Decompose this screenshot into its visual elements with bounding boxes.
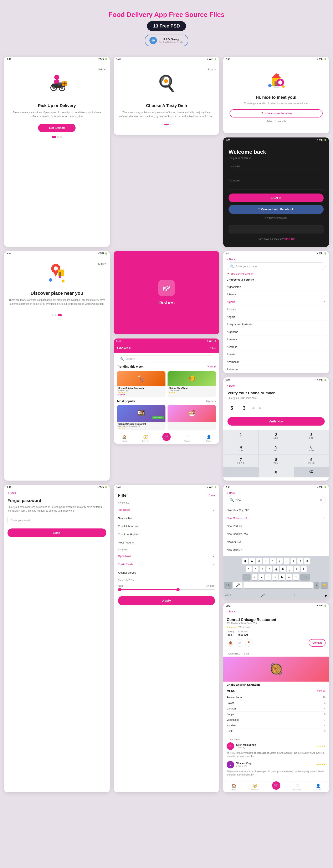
search-input[interactable]: Search... bbox=[126, 357, 136, 360]
key-h[interactable]: h bbox=[280, 566, 286, 572]
country-item[interactable]: Armenia bbox=[223, 336, 329, 343]
key-f[interactable]: f bbox=[266, 566, 272, 572]
key-mic[interactable]: 🎤 bbox=[233, 582, 242, 588]
nav-cart[interactable]: 🛒 bbox=[156, 435, 177, 442]
nav-cart-r[interactable]: 🛒 bbox=[266, 783, 287, 791]
country-item-selected[interactable]: Algeria ✓ bbox=[223, 298, 329, 306]
key-123[interactable]: 123 bbox=[224, 582, 232, 588]
filter-option-open-now[interactable]: Open Now ✓ bbox=[114, 552, 220, 560]
nav-profile-r[interactable]: 👤 Profile bbox=[308, 783, 329, 791]
key-i[interactable]: i bbox=[291, 558, 296, 564]
share-btn[interactable]: 📤 bbox=[227, 639, 234, 647]
new-search-input[interactable]: 🔍 New ✕ bbox=[227, 496, 326, 504]
country-item[interactable]: Antigua and Barbuda bbox=[223, 321, 329, 328]
key-v[interactable]: v bbox=[272, 574, 278, 580]
numpad-key-5[interactable]: 5JKL bbox=[259, 442, 294, 455]
filter-option-low-high[interactable]: Cost Low High to bbox=[114, 530, 220, 538]
key-c[interactable]: c bbox=[265, 574, 271, 580]
country-item[interactable]: Afghanistan bbox=[223, 283, 329, 291]
location-btn[interactable]: 📍 bbox=[245, 639, 253, 647]
price-slider[interactable] bbox=[118, 589, 215, 590]
filter-btn[interactable]: Filter bbox=[210, 347, 216, 350]
key-y[interactable]: y bbox=[277, 558, 282, 564]
filter-option-popular[interactable]: Most Popular bbox=[114, 538, 220, 547]
key-b[interactable]: b bbox=[279, 574, 285, 580]
key-p[interactable]: p bbox=[304, 558, 310, 564]
key-x[interactable]: x bbox=[259, 574, 264, 580]
menu-item-noodles[interactable]: Noodles 4 bbox=[227, 723, 326, 728]
browse-search-bar[interactable]: 🔍 Search... bbox=[117, 355, 216, 363]
key-emoji[interactable]: 😀 bbox=[321, 582, 328, 588]
country-item[interactable]: Andorra bbox=[223, 306, 329, 313]
back-button-search[interactable]: < Back bbox=[223, 490, 329, 496]
numpad-key-1[interactable]: 1 bbox=[223, 430, 258, 442]
filter-option-high-low[interactable]: Cost High to Low bbox=[114, 522, 220, 530]
numpad-key-0[interactable]: 0 bbox=[259, 467, 294, 477]
menu-item-soups[interactable]: Soups 6 bbox=[227, 712, 326, 717]
use-current-location-btn[interactable]: 📍 Use current location bbox=[230, 110, 323, 118]
verify-now-button[interactable]: Verify Now bbox=[228, 417, 325, 426]
nav-home[interactable]: 🏠 Home bbox=[114, 435, 135, 442]
key-a[interactable]: a bbox=[246, 566, 252, 572]
menu-item-chicken[interactable]: Chicken 4 bbox=[227, 706, 326, 712]
sign-up-link[interactable]: SING UP bbox=[285, 238, 295, 241]
menu-item-salads[interactable]: Salads 3 bbox=[227, 700, 326, 706]
slider-thumb-right[interactable] bbox=[176, 588, 179, 591]
select-manually-link[interactable]: Select it manually bbox=[223, 120, 329, 123]
key-t[interactable]: t bbox=[270, 558, 276, 564]
key-e[interactable]: e bbox=[256, 558, 262, 564]
back-button-verify[interactable]: < Back bbox=[223, 382, 329, 389]
key-n[interactable]: n bbox=[286, 574, 292, 580]
menu-item-popular[interactable]: Popular Items 10 bbox=[227, 695, 326, 700]
key-s[interactable]: s bbox=[253, 566, 259, 572]
cart-button[interactable]: 🛒 bbox=[162, 433, 171, 441]
location-item-1[interactable]: New York City, NY bbox=[223, 506, 329, 514]
trending-view-all[interactable]: View all bbox=[207, 365, 216, 368]
nav-discover-r[interactable]: 🧭 Discover bbox=[244, 783, 266, 791]
facebook-connect-button[interactable]: f Connect with Facebook bbox=[229, 205, 324, 214]
key-q[interactable]: q bbox=[242, 558, 248, 564]
key-k[interactable]: k bbox=[294, 566, 300, 572]
numpad-key-2[interactable]: 2ABC bbox=[259, 430, 294, 442]
skip-button-1[interactable]: Skip>> bbox=[98, 68, 106, 71]
numpad-key-4[interactable]: 4GHI bbox=[223, 442, 258, 455]
country-item[interactable]: Australia bbox=[223, 343, 329, 351]
nav-favorites-r[interactable]: ♡ Favorites bbox=[287, 783, 308, 791]
cart-btn-r[interactable]: 🛒 bbox=[272, 781, 280, 790]
filter-option-credit[interactable]: Credit Cards ✓ bbox=[114, 560, 220, 569]
use-current-btn[interactable]: 📍 Use current location bbox=[223, 273, 329, 278]
filter-clear-btn[interactable]: Clear bbox=[208, 494, 215, 497]
numpad-key-6[interactable]: 6MNO bbox=[294, 442, 329, 455]
country-item[interactable]: Argentina bbox=[223, 328, 329, 336]
back-button-forgot[interactable]: < Back bbox=[4, 490, 110, 496]
password-input[interactable] bbox=[229, 183, 324, 190]
get-started-button[interactable]: Get Started bbox=[38, 124, 75, 132]
country-item[interactable]: Azerbaijan bbox=[223, 358, 329, 366]
nav-discover[interactable]: 🧭 Discover bbox=[135, 435, 156, 442]
otp-digit-2[interactable]: 3 bbox=[240, 404, 248, 413]
key-j[interactable]: j bbox=[287, 566, 293, 572]
mic-icon[interactable]: 🎤 bbox=[261, 593, 265, 597]
numpad-key-3[interactable]: 3DEF bbox=[294, 430, 329, 442]
country-item[interactable]: Bahamas bbox=[223, 366, 329, 373]
filter-option-top-rated[interactable]: Top Rated ✓ bbox=[114, 506, 220, 514]
key-l[interactable]: l bbox=[301, 566, 306, 572]
filter-option-nearest[interactable]: Nearest Me bbox=[114, 514, 220, 522]
nav-favorites[interactable]: ♡ Favorites bbox=[177, 435, 198, 442]
country-item[interactable]: Angola bbox=[223, 313, 329, 321]
skip-button-3[interactable]: Skip>> bbox=[98, 262, 106, 266]
key-u[interactable]: u bbox=[284, 558, 290, 564]
sign-in-button[interactable]: SIGN IN bbox=[229, 193, 324, 202]
slider-thumb-left[interactable] bbox=[118, 588, 121, 591]
contact-button[interactable]: Contact bbox=[309, 639, 326, 647]
key-return[interactable]: / bbox=[314, 582, 320, 588]
filter-option-alcohol[interactable]: Alcohol Served bbox=[114, 569, 220, 577]
country-item[interactable]: Albania bbox=[223, 291, 329, 298]
nav-profile[interactable]: 👤 Profile bbox=[198, 435, 219, 442]
keyboard-send-icon[interactable]: ▶ bbox=[325, 593, 327, 597]
numpad-key-backspace[interactable]: ⌫ bbox=[294, 467, 329, 477]
key-delete[interactable]: ⌫ bbox=[300, 574, 310, 580]
key-z[interactable]: z bbox=[252, 574, 258, 580]
menu-view-all[interactable]: View all bbox=[317, 689, 326, 692]
apply-button[interactable]: Apply bbox=[118, 596, 215, 605]
